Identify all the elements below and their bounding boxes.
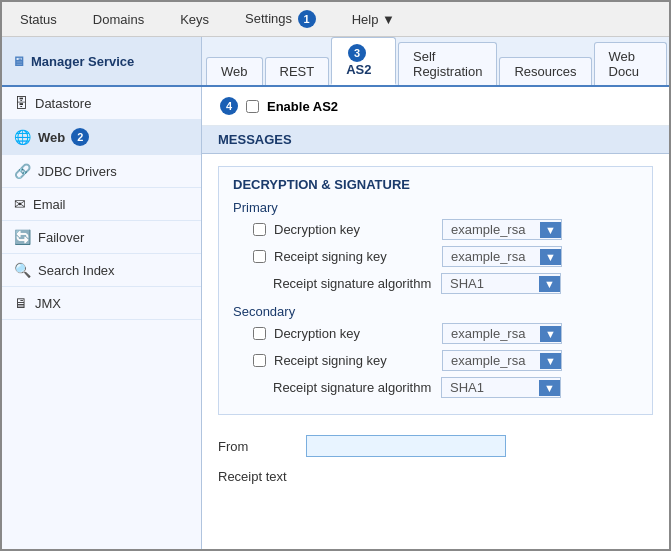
- menu-keys[interactable]: Keys: [172, 8, 217, 31]
- manager-service-icon: 🖥: [12, 54, 25, 69]
- jmx-icon: 🖥: [14, 295, 28, 311]
- secondary-receipt-signing-row: Receipt signing key example_rsa ▼: [233, 350, 638, 371]
- tabs-container: Web REST 3 AS2 Self Registration Resourc…: [202, 37, 669, 85]
- primary-sig-algo-label: Receipt signature algorithm: [253, 276, 433, 291]
- sidebar-item-web[interactable]: 🌐 Web 2: [2, 120, 201, 155]
- tab-rest[interactable]: REST: [265, 57, 330, 85]
- secondary-decryption-dropdown[interactable]: example_rsa ▼: [442, 323, 562, 344]
- primary-decryption-row: Decryption key example_rsa ▼: [233, 219, 638, 240]
- secondary-decryption-label: Decryption key: [274, 326, 434, 341]
- secondary-receipt-signing-label: Receipt signing key: [274, 353, 434, 368]
- tab-web-docu[interactable]: Web Docu: [594, 42, 667, 85]
- secondary-label: Secondary: [233, 304, 638, 319]
- content-panel: 4 Enable AS2 MESSAGES DECRYPTION & SIGNA…: [202, 87, 669, 549]
- as2-badge: 3: [348, 44, 366, 62]
- sidebar-item-email[interactable]: ✉ Email: [2, 188, 201, 221]
- datastore-icon: 🗄: [14, 95, 28, 111]
- sidebar-item-jdbc[interactable]: 🔗 JDBC Drivers: [2, 155, 201, 188]
- enable-as2-checkbox[interactable]: [246, 100, 259, 113]
- sidebar: 🗄 Datastore 🌐 Web 2 🔗 JDBC Drivers ✉ Ema…: [2, 87, 202, 549]
- decryption-subsection: DECRYPTION & SIGNATURE Primary Decryptio…: [218, 166, 653, 415]
- tab-row: 🖥 Manager Service Web REST 3 AS2 Self Re…: [2, 37, 669, 87]
- jdbc-icon: 🔗: [14, 163, 31, 179]
- main-window: Status Domains Keys Settings 1 Help ▼ 🖥 …: [0, 0, 671, 551]
- email-icon: ✉: [14, 196, 26, 212]
- secondary-decryption-value: example_rsa: [443, 324, 540, 343]
- primary-sig-algo-arrow[interactable]: ▼: [539, 276, 560, 292]
- primary-sig-algo-value: SHA1: [442, 274, 539, 293]
- menu-status[interactable]: Status: [12, 8, 65, 31]
- tab-as2[interactable]: 3 AS2: [331, 37, 396, 85]
- primary-label: Primary: [233, 200, 638, 215]
- enable-as2-row: 4 Enable AS2: [202, 87, 669, 126]
- primary-receipt-signing-value: example_rsa: [443, 247, 540, 266]
- enable-as2-label: Enable AS2: [267, 99, 338, 114]
- sidebar-item-search-index[interactable]: 🔍 Search Index: [2, 254, 201, 287]
- secondary-receipt-signing-dropdown[interactable]: example_rsa ▼: [442, 350, 562, 371]
- decryption-title: DECRYPTION & SIGNATURE: [233, 177, 638, 192]
- secondary-receipt-signing-arrow[interactable]: ▼: [540, 353, 561, 369]
- menu-help[interactable]: Help ▼: [344, 8, 403, 31]
- primary-decryption-arrow[interactable]: ▼: [540, 222, 561, 238]
- secondary-sig-algo-row: Receipt signature algorithm SHA1 ▼: [233, 377, 638, 398]
- secondary-decryption-checkbox[interactable]: [253, 327, 266, 340]
- sidebar-item-datastore[interactable]: 🗄 Datastore: [2, 87, 201, 120]
- main-content: 🗄 Datastore 🌐 Web 2 🔗 JDBC Drivers ✉ Ema…: [2, 87, 669, 549]
- sidebar-item-jmx[interactable]: 🖥 JMX: [2, 287, 201, 320]
- tab-web[interactable]: Web: [206, 57, 263, 85]
- secondary-decryption-arrow[interactable]: ▼: [540, 326, 561, 342]
- secondary-sig-algo-dropdown[interactable]: SHA1 ▼: [441, 377, 561, 398]
- web-icon: 🌐: [14, 129, 31, 145]
- from-label: From: [218, 439, 298, 454]
- receipt-text-row: Receipt text: [202, 465, 669, 488]
- menu-settings[interactable]: Settings 1: [237, 6, 324, 32]
- secondary-decryption-row: Decryption key example_rsa ▼: [233, 323, 638, 344]
- settings-badge: 1: [298, 10, 316, 28]
- primary-sig-algo-row: Receipt signature algorithm SHA1 ▼: [233, 273, 638, 294]
- primary-receipt-signing-row: Receipt signing key example_rsa ▼: [233, 246, 638, 267]
- menu-bar: Status Domains Keys Settings 1 Help ▼: [2, 2, 669, 37]
- sidebar-item-failover[interactable]: 🔄 Failover: [2, 221, 201, 254]
- primary-receipt-signing-dropdown[interactable]: example_rsa ▼: [442, 246, 562, 267]
- primary-sig-algo-dropdown[interactable]: SHA1 ▼: [441, 273, 561, 294]
- primary-decryption-checkbox[interactable]: [253, 223, 266, 236]
- search-icon: 🔍: [14, 262, 31, 278]
- secondary-sig-algo-arrow[interactable]: ▼: [539, 380, 560, 396]
- from-input[interactable]: [306, 435, 506, 457]
- primary-receipt-signing-label: Receipt signing key: [274, 249, 434, 264]
- primary-receipt-signing-checkbox[interactable]: [253, 250, 266, 263]
- messages-header: MESSAGES: [202, 126, 669, 154]
- from-row: From: [202, 427, 669, 465]
- secondary-receipt-signing-checkbox[interactable]: [253, 354, 266, 367]
- tab-self-registration[interactable]: Self Registration: [398, 42, 497, 85]
- failover-icon: 🔄: [14, 229, 31, 245]
- primary-decryption-value: example_rsa: [443, 220, 540, 239]
- primary-decryption-dropdown[interactable]: example_rsa ▼: [442, 219, 562, 240]
- primary-receipt-signing-arrow[interactable]: ▼: [540, 249, 561, 265]
- secondary-receipt-signing-value: example_rsa: [443, 351, 540, 370]
- web-badge: 2: [71, 128, 89, 146]
- primary-decryption-label: Decryption key: [274, 222, 434, 237]
- receipt-text-label: Receipt text: [218, 469, 298, 484]
- tab-resources[interactable]: Resources: [499, 57, 591, 85]
- menu-domains[interactable]: Domains: [85, 8, 152, 31]
- secondary-sig-algo-label: Receipt signature algorithm: [253, 380, 433, 395]
- sidebar-header: 🖥 Manager Service: [2, 37, 202, 85]
- enable-badge: 4: [220, 97, 238, 115]
- secondary-sig-algo-value: SHA1: [442, 378, 539, 397]
